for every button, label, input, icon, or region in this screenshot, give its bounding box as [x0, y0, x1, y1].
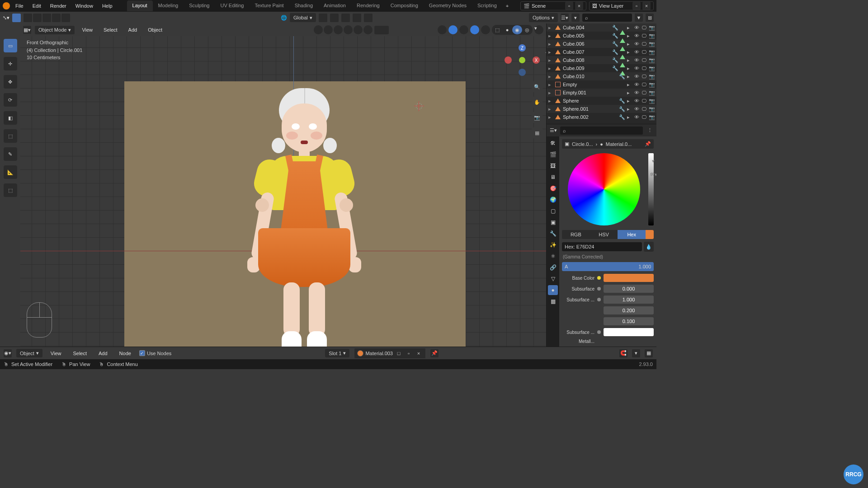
cursor-tool[interactable]: ✛ — [4, 57, 17, 70]
gizmo-y-axis[interactable] — [519, 57, 525, 63]
panel-tool-icon[interactable]: 🛠▾ — [650, 172, 656, 178]
pointer-icon[interactable]: ▸ — [627, 106, 633, 112]
subsurface-radius-dot-icon[interactable] — [597, 298, 601, 301]
outliner-item[interactable]: ▸Cube.010🔧▸👁🖵📷 — [547, 72, 656, 80]
node-backdrop-toggle[interactable]: ▦ — [645, 349, 653, 357]
scene-selector[interactable]: 🎬 ▫ × — [520, 1, 586, 10]
pointer-icon[interactable]: ▸ — [627, 33, 633, 39]
xray-toggle[interactable] — [438, 25, 447, 34]
render-icon[interactable]: 📷 — [649, 25, 655, 31]
select-tool-icon[interactable] — [12, 14, 21, 22]
prop-tab-output[interactable]: 🖼 — [548, 161, 558, 171]
show-overlays-toggle[interactable] — [344, 25, 353, 34]
proportional-type-dropdown[interactable] — [364, 14, 373, 22]
viewport-icon[interactable]: 🖵 — [642, 106, 647, 112]
expand-arrow-icon[interactable]: ▸ — [548, 57, 553, 63]
mat-browse-button[interactable]: □ — [395, 349, 403, 357]
pointer-icon[interactable]: ▸ — [627, 49, 633, 55]
render-icon[interactable]: 📷 — [649, 49, 655, 55]
shading-rendered[interactable]: ◎ — [522, 25, 532, 34]
render-icon[interactable]: 📷 — [649, 74, 655, 80]
outliner-item[interactable]: ▸Cube.009🔧▸👁🖵📷 — [547, 64, 656, 72]
subsurface-color-swatch[interactable] — [604, 328, 654, 336]
workspace-tab-modeling[interactable]: Modeling — [153, 0, 184, 11]
expand-arrow-icon[interactable]: ▸ — [548, 25, 553, 31]
pointer-icon[interactable]: ▸ — [627, 66, 633, 71]
pointer-icon[interactable]: ▸ — [627, 41, 633, 47]
expand-arrow-icon[interactable]: ▸ — [548, 98, 553, 104]
viewport-icon[interactable]: 🖵 — [642, 25, 647, 31]
pivot-dropdown[interactable] — [319, 14, 327, 22]
overlay-toggle[interactable] — [459, 25, 468, 34]
menu-file[interactable]: File — [12, 1, 27, 10]
perspective-toggle-widget[interactable]: ▦ — [532, 127, 542, 138]
camera-view-widget[interactable]: 📷 — [532, 112, 542, 123]
navigation-gizmo[interactable]: Z X — [506, 44, 538, 76]
use-nodes-checkbox[interactable]: ✓Use Nodes — [139, 350, 171, 356]
search-icon[interactable] — [363, 25, 373, 34]
menu-edit[interactable]: Edit — [29, 1, 45, 10]
menu-help[interactable]: Help — [99, 1, 116, 10]
options-dropdown[interactable]: Options▾ — [529, 13, 558, 22]
expand-arrow-icon[interactable]: ▸ — [548, 74, 553, 80]
material-selector[interactable]: Material.003 □ ▫ × — [354, 348, 426, 359]
prop-tab-texture[interactable]: ▦ — [548, 296, 558, 306]
expand-arrow-icon[interactable]: ▸ — [548, 66, 553, 71]
mat-pin-button[interactable]: 📌 — [430, 349, 439, 357]
value-slider[interactable] — [648, 153, 654, 225]
show-gizmo-dropdown[interactable] — [334, 25, 343, 34]
expand-arrow-icon[interactable]: ▸ — [548, 33, 553, 39]
prop-tab-mesh[interactable]: ▽ — [548, 274, 558, 284]
transform-tool[interactable]: ⬚ — [4, 129, 17, 143]
prop-tab-scene[interactable]: 🎯 — [548, 183, 558, 193]
outliner-item[interactable]: ▸Cube.004🔧▸👁🖵📷 — [547, 23, 656, 32]
outliner-display-mode[interactable]: ▾ — [571, 14, 580, 22]
select-subtract-icon[interactable] — [42, 14, 51, 22]
render-icon[interactable]: 📷 — [649, 33, 655, 39]
outliner-item[interactable]: ▸Empty▸👁🖵📷 — [547, 80, 656, 89]
annotate-tool[interactable]: ✎ — [4, 147, 17, 161]
breadcrumb-object[interactable]: Circle.0... — [572, 141, 593, 147]
viewport-icon[interactable]: 🖵 — [642, 82, 647, 88]
prop-tab-material[interactable]: ● — [548, 285, 558, 295]
pan-widget[interactable]: ✋ — [532, 97, 542, 108]
panel-chevron-1[interactable]: ▾ — [652, 158, 655, 164]
3d-viewport[interactable]: Front Orthographic (4) Collection | Circ… — [20, 36, 546, 347]
show-gizmo-toggle-2[interactable] — [448, 25, 458, 34]
outliner-filter[interactable]: ▼ — [635, 14, 643, 22]
subsurface-radius-r[interactable]: 1.000 — [604, 296, 654, 304]
eye-icon[interactable]: 👁 — [634, 90, 640, 96]
workspace-tab-rendering[interactable]: Rendering — [351, 0, 385, 11]
node-node-menu[interactable]: Node — [116, 349, 135, 358]
overlay-toggle-2[interactable] — [470, 25, 479, 34]
viewport-icon[interactable]: 🖵 — [642, 33, 647, 39]
properties-search[interactable]: ⌕ — [560, 127, 643, 135]
viewport-icon[interactable]: 🖵 — [642, 57, 647, 63]
prop-tab-viewlayer[interactable]: 🖥 — [548, 172, 558, 182]
viewport-view-menu[interactable]: View — [78, 25, 96, 34]
viewport-icon[interactable]: 🖵 — [642, 41, 647, 47]
select-invert-icon[interactable] — [52, 14, 61, 22]
color-mode-rgb[interactable]: RGB — [562, 230, 590, 239]
eye-icon[interactable]: 👁 — [634, 66, 640, 71]
orientation-icon[interactable]: 🌐 — [281, 15, 287, 21]
snap-toggle[interactable] — [330, 14, 339, 22]
subsurface-color-dot-icon[interactable] — [597, 330, 601, 334]
prop-tab-object[interactable]: ▣ — [548, 217, 558, 227]
outliner-item[interactable]: ▸Empty.001▸👁🖵📷 — [547, 89, 656, 97]
mode-dropdown[interactable]: Object Mode▾ — [35, 26, 75, 34]
workspace-tab-uv[interactable]: UV Editing — [215, 0, 249, 11]
render-icon[interactable]: 📷 — [649, 106, 655, 112]
outliner-editor-type[interactable]: ☰▾ — [561, 14, 569, 22]
properties-editor-type[interactable]: ☰▾ — [549, 127, 557, 135]
pointer-icon[interactable]: ▸ — [627, 82, 633, 88]
prop-tab-world[interactable]: 🌍 — [548, 195, 558, 205]
mat-unlink-button[interactable]: × — [415, 349, 423, 357]
breadcrumb-material[interactable]: Material.0... — [606, 141, 632, 147]
eye-icon[interactable]: 👁 — [634, 33, 640, 39]
select-extend-icon[interactable] — [33, 14, 42, 22]
pointer-icon[interactable]: ▸ — [627, 114, 633, 120]
render-icon[interactable]: 📷 — [649, 41, 655, 47]
workspace-tab-layout[interactable]: Layout — [127, 0, 153, 11]
render-icon[interactable]: 📷 — [649, 82, 655, 88]
